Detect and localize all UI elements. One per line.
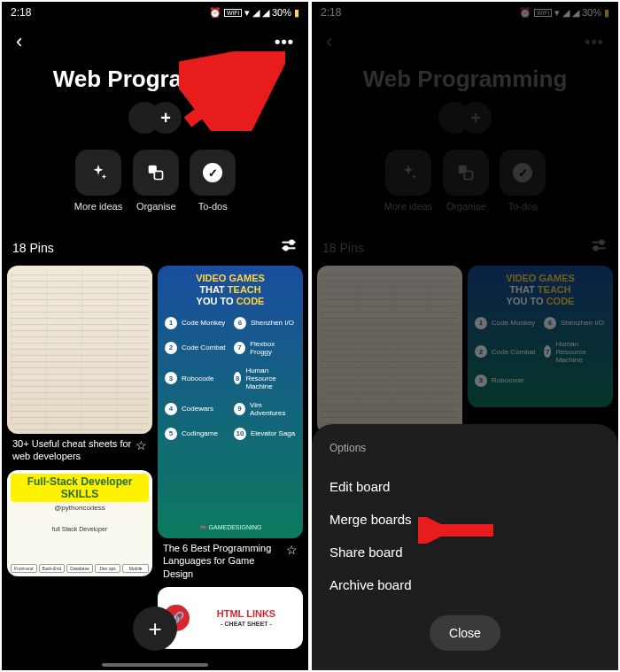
board-actions: More ideas Organise ✓To-dos (2, 150, 308, 212)
battery-icon: ▮ (294, 8, 299, 18)
close-button[interactable]: Close (430, 615, 500, 651)
archive-board-option[interactable]: Archive board (329, 568, 601, 601)
pin-caption: 30+ Useful cheat sheets for web develope… (12, 437, 132, 463)
filter-button[interactable] (280, 236, 298, 259)
status-icons: ⏰ WiFi ▾ ◢ ◢ 30% ▮ (209, 7, 299, 18)
nav-handle[interactable] (102, 663, 208, 667)
alarm-icon: ⏰ (209, 8, 221, 18)
pins-count: 18 Pins (12, 241, 54, 255)
svg-point-5 (284, 246, 288, 250)
annotation-arrow (418, 517, 498, 544)
annotation-arrow (179, 51, 285, 131)
back-button[interactable]: ‹ (16, 30, 22, 53)
sparkle-icon (89, 163, 108, 182)
save-icon[interactable]: ☆ (286, 542, 298, 558)
screen-right: 2:18 ⏰ WiFi ▾ ◢ ◢ 30% ▮ ‹ ••• Web Progra… (312, 2, 618, 670)
edit-board-option[interactable]: Edit board (329, 470, 601, 503)
screen-left: 2:18 ⏰ WiFi ▾ ◢ ◢ 30% ▮ ‹ ••• Web Progra… (2, 2, 308, 670)
pin3-footer: 🎮 GAMEDESIGNING (158, 524, 303, 531)
pin-item[interactable]: Full-Stack Developer SKILLS@pythoncodess… (7, 470, 152, 576)
more-ideas-button[interactable] (75, 150, 121, 196)
organise-button[interactable] (133, 150, 179, 196)
pin2-title: Full-Stack Developer SKILLS (11, 474, 149, 502)
wifi-icon: ▾ (244, 8, 250, 18)
sheet-title: Options (329, 442, 601, 454)
organise-label: Organise (136, 201, 176, 212)
pin2-handle: @pythoncodess (11, 504, 149, 512)
status-bar: 2:18 ⏰ WiFi ▾ ◢ ◢ 30% ▮ (2, 2, 308, 23)
todos-label: To-dos (198, 201, 228, 212)
options-sheet: Options Edit board Merge boards Share bo… (312, 424, 618, 670)
svg-point-3 (290, 241, 293, 244)
status-time: 2:18 (11, 6, 31, 19)
save-icon[interactable]: ☆ (136, 437, 147, 453)
pins-header: 18 Pins (2, 236, 308, 266)
svg-line-6 (188, 62, 267, 122)
pin2-sub2: full Stack Developer (11, 526, 149, 532)
pin-item[interactable]: 🔗HTML LINKS- CHEAT SHEET - (158, 587, 303, 649)
signal2-icon: ◢ (262, 8, 269, 18)
check-icon: ✓ (203, 163, 222, 182)
pins-grid: 30+ Useful cheat sheets for web develope… (2, 266, 308, 649)
signal-icon: ◢ (252, 8, 260, 18)
todos-button[interactable]: ✓ (190, 150, 236, 196)
more-options-button[interactable]: ••• (275, 33, 294, 51)
svg-rect-1 (155, 171, 163, 179)
pin-caption: The 6 Best Programming Languages for Gam… (163, 542, 283, 580)
battery-pct: 30% (272, 7, 291, 18)
add-collaborator-button[interactable]: + (150, 102, 182, 134)
pin-item[interactable]: VIDEO GAMESTHAT TEACHYOU TO CODE 1Code M… (158, 266, 303, 582)
wifi-ext-icon: WiFi (224, 9, 242, 17)
sliders-icon (280, 236, 298, 254)
create-fab[interactable]: + (133, 606, 177, 651)
pin3-title: VIDEO GAMESTHAT TEACHYOU TO CODE (165, 273, 296, 308)
organise-icon (147, 164, 165, 182)
pin-item[interactable]: 30+ Useful cheat sheets for web develope… (7, 266, 152, 465)
more-ideas-label: More ideas (74, 201, 122, 212)
